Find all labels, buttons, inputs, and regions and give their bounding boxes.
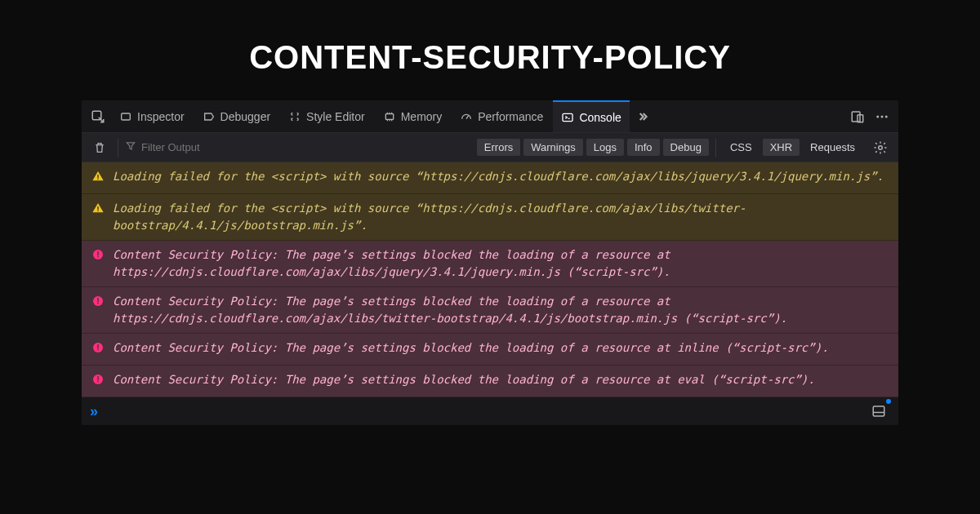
svg-rect-11 <box>97 179 98 179</box>
devtools-panel: Inspector Debugger Style Editor Memory P… <box>82 100 898 425</box>
tab-console[interactable]: Console <box>553 100 629 132</box>
svg-point-7 <box>881 115 884 117</box>
console-message[interactable]: Content Security Policy: The page’s sett… <box>82 241 898 287</box>
message-text: Content Security Policy: The page’s sett… <box>113 293 889 327</box>
error-icon <box>91 373 105 391</box>
console-settings-button[interactable] <box>869 136 892 159</box>
svg-rect-26 <box>873 406 884 416</box>
filter-logs[interactable]: Logs <box>586 139 624 156</box>
svg-rect-22 <box>97 349 98 350</box>
filter-debug[interactable]: Debug <box>663 139 709 156</box>
inspector-icon <box>119 110 132 123</box>
error-icon <box>91 341 105 359</box>
tabs-overflow-button[interactable] <box>631 105 654 128</box>
svg-point-9 <box>879 145 883 149</box>
page-title: CONTENT-SECURITY-POLICY <box>0 0 980 100</box>
clear-console-button[interactable] <box>88 136 111 159</box>
filter-wrap <box>125 140 239 154</box>
tab-performance[interactable]: Performance <box>452 100 551 132</box>
message-text: Loading failed for the <script> with sou… <box>113 168 889 185</box>
filter-input[interactable] <box>141 141 239 153</box>
console-input-bar[interactable]: » <box>82 397 898 425</box>
warning-icon <box>91 170 105 188</box>
tab-label: Style Editor <box>306 110 365 123</box>
debugger-icon <box>203 110 216 123</box>
svg-rect-18 <box>97 298 98 302</box>
message-text: Content Security Policy: The page’s sett… <box>113 246 889 281</box>
svg-rect-12 <box>97 206 98 210</box>
filter-info[interactable]: Info <box>627 139 660 156</box>
tab-style-editor[interactable]: Style Editor <box>280 100 373 132</box>
console-icon <box>561 111 574 124</box>
divider <box>118 139 118 157</box>
filter-requests[interactable]: Requests <box>803 139 862 156</box>
tab-label: Memory <box>401 110 443 123</box>
console-messages: Loading failed for the <script> with sou… <box>82 162 898 397</box>
tab-memory[interactable]: Memory <box>375 100 451 132</box>
svg-rect-13 <box>97 210 98 211</box>
svg-rect-15 <box>97 251 98 255</box>
message-text: Content Security Policy: The page’s sett… <box>113 339 889 357</box>
responsive-mode-button[interactable] <box>846 105 869 128</box>
console-message[interactable]: Loading failed for the <script> with sou… <box>82 162 898 194</box>
error-icon <box>91 248 105 266</box>
category-filters: CSS XHR Requests <box>723 139 862 156</box>
warning-icon <box>91 202 105 219</box>
svg-rect-10 <box>97 175 98 178</box>
filter-warnings[interactable]: Warnings <box>523 139 582 156</box>
error-icon <box>91 295 105 312</box>
filter-css[interactable]: CSS <box>723 139 760 156</box>
svg-rect-25 <box>97 381 98 382</box>
log-level-filters: Errors Warnings Logs Info Debug <box>477 139 709 156</box>
console-message[interactable]: Content Security Policy: The page’s sett… <box>82 366 898 397</box>
element-picker-button[interactable] <box>87 105 109 128</box>
kebab-menu-button[interactable] <box>871 105 893 128</box>
devtools-tabbar: Inspector Debugger Style Editor Memory P… <box>82 100 898 133</box>
svg-rect-21 <box>97 344 98 348</box>
memory-icon <box>383 110 396 123</box>
filter-xhr[interactable]: XHR <box>763 139 800 156</box>
svg-rect-4 <box>852 112 860 122</box>
svg-rect-1 <box>122 113 131 120</box>
svg-point-6 <box>876 115 879 117</box>
split-console-button[interactable] <box>867 400 890 423</box>
tab-inspector[interactable]: Inspector <box>111 100 193 132</box>
tab-label: Console <box>579 111 621 124</box>
svg-rect-2 <box>385 113 393 119</box>
filter-icon <box>125 140 136 154</box>
tab-label: Performance <box>478 110 543 123</box>
svg-rect-24 <box>97 376 98 380</box>
style-editor-icon <box>288 110 301 123</box>
tab-label: Debugger <box>220 110 271 123</box>
divider <box>715 139 716 157</box>
message-text: Content Security Policy: The page’s sett… <box>113 371 889 388</box>
console-message[interactable]: Content Security Policy: The page’s sett… <box>82 287 898 334</box>
console-message[interactable]: Loading failed for the <script> with sou… <box>82 194 898 241</box>
prompt-icon: » <box>90 403 98 420</box>
performance-icon <box>460 110 473 123</box>
console-toolbar: Errors Warnings Logs Info Debug CSS XHR … <box>82 133 898 162</box>
tab-label: Inspector <box>137 110 185 123</box>
svg-point-8 <box>885 115 888 117</box>
svg-rect-16 <box>97 256 98 257</box>
svg-rect-19 <box>97 303 98 304</box>
filter-errors[interactable]: Errors <box>477 139 520 156</box>
message-text: Loading failed for the <script> with sou… <box>113 200 889 234</box>
console-message[interactable]: Content Security Policy: The page’s sett… <box>82 334 898 366</box>
tab-debugger[interactable]: Debugger <box>194 100 279 132</box>
